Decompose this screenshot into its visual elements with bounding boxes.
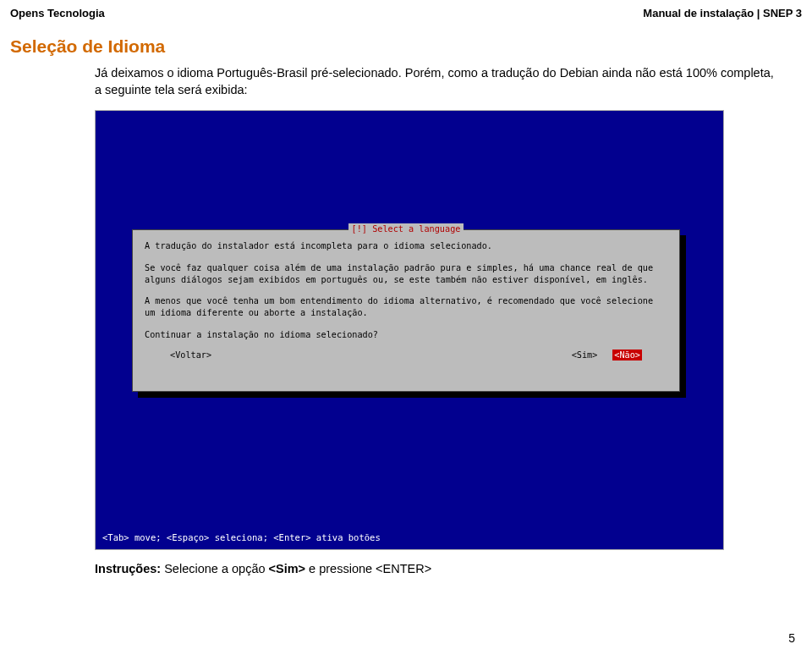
yes-button[interactable]: <Sim> xyxy=(572,350,598,361)
dialog-line-2: Se você faz qualquer coisa além de uma i… xyxy=(145,262,667,286)
installer-screenshot: [!] Select a language A tradução do inst… xyxy=(95,110,724,550)
dialog-line-1: A tradução do instalador está incompleta… xyxy=(145,240,667,252)
intro-paragraph: Já deixamos o idioma Português-Brasil pr… xyxy=(95,65,776,98)
page-number: 5 xyxy=(788,631,795,645)
header-left: Opens Tecnologia xyxy=(10,7,105,19)
dialog-line-4: Continuar a instalação no idioma selecio… xyxy=(145,329,667,341)
dialog-title: [!] Select a language xyxy=(348,223,464,235)
instructions-label: Instruções: xyxy=(95,562,161,575)
instructions-text-1: Selecione a opção xyxy=(161,562,268,575)
header-right: Manual de instalação | SNEP 3 xyxy=(643,7,802,19)
dialog-button-row: <Voltar> <Sim> <Não> xyxy=(145,350,667,361)
back-button[interactable]: <Voltar> xyxy=(170,350,211,361)
instructions-text-2: e pressione xyxy=(305,562,376,575)
instructions-line: Instruções: Selecione a opção <Sim> e pr… xyxy=(95,562,802,575)
instructions-enter: <ENTER> xyxy=(376,562,431,575)
instructions-sim: <Sim> xyxy=(269,562,306,575)
language-dialog: [!] Select a language A tradução do inst… xyxy=(132,229,680,392)
dialog-title-row: [!] Select a language xyxy=(133,229,679,241)
no-button[interactable]: <Não> xyxy=(612,350,642,361)
dialog-line-3: A menos que você tenha um bom entendimen… xyxy=(145,295,667,319)
status-bar: <Tab> move; <Espaço> seleciona; <Enter> … xyxy=(102,532,381,542)
screenshot-container: [!] Select a language A tradução do inst… xyxy=(95,110,802,550)
section-title: Seleção de Idioma xyxy=(10,36,802,57)
page-header: Opens Tecnologia Manual de instalação | … xyxy=(10,7,802,19)
